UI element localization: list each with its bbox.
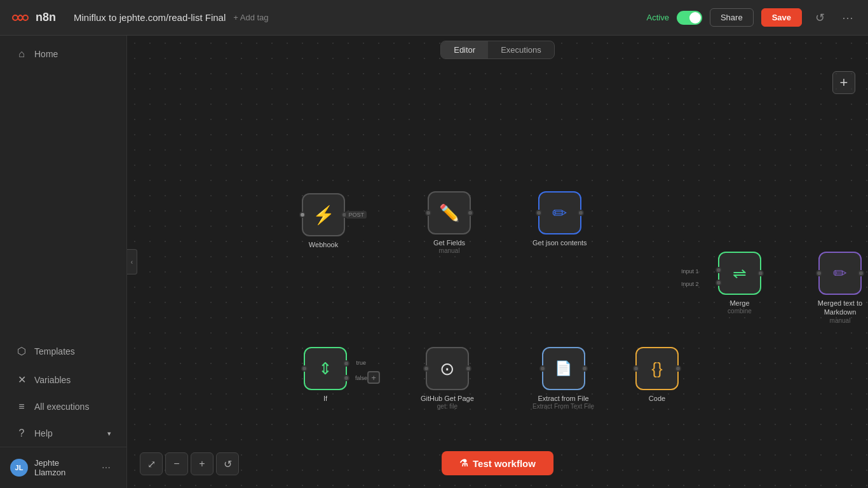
webhook-node[interactable]: ⚡ POST Webhook [302,193,345,249]
merge-sublabel: combine [728,308,752,315]
code-label: Code [649,394,665,403]
sidebar-item-variables[interactable]: ✕ Variables [5,367,121,392]
sidebar-item-home[interactable]: ⌂ Home [5,42,121,66]
merged-text-icon: ✏ [833,264,847,283]
canvas[interactable]: Editor Executions + [127,36,868,488]
webhook-icon: ⚡ [313,205,335,226]
extract-input-dot [539,365,546,372]
get-json-node[interactable]: ✏ Get json contents [532,191,587,247]
test-workflow-button[interactable]: ⚗ Test workflow [442,451,553,475]
get-fields-label: Get Fields [433,238,465,247]
get-json-icon: ✏ [552,203,567,224]
tab-executions[interactable]: Executions [488,41,554,58]
n8n-logo-icon [10,8,31,28]
share-button[interactable]: Share [710,8,754,27]
code-node-box[interactable]: {} [635,347,679,390]
toggle-knob [689,12,701,24]
collapse-sidebar-button[interactable]: ‹ [127,249,137,274]
sidebar-bottom: JL Jephte Llamzon ⋯ [0,447,126,488]
input2-label: Input 2 [681,281,699,287]
code-node[interactable]: {} Code [635,347,679,403]
get-fields-node-box[interactable]: ✏️ [428,191,471,234]
get-fields-input-dot [425,210,431,216]
sidebar-item-executions[interactable]: ≡ All executions [5,395,121,419]
github-node[interactable]: ⊙ GitHub Get Page get: file [421,347,474,410]
post-badge: POST [346,211,367,219]
merged-text-node[interactable]: ✏ Merged text to Markdown manual [812,252,868,324]
user-item[interactable]: JL Jephte Llamzon ⋯ [5,452,121,483]
webhook-node-box[interactable]: ⚡ POST [302,193,345,236]
merged-text-label: Merged text to Markdown [812,299,868,317]
get-fields-output-dot [467,210,473,216]
reset-icon: ↺ [224,458,232,470]
add-tag-button[interactable]: + Add tag [233,13,268,22]
home-icon: ⌂ [15,48,28,60]
if-node[interactable]: ⇕ If true false + [304,347,347,403]
get-json-node-box[interactable]: ✏ [538,191,581,234]
svg-point-0 [13,15,18,20]
topbar: n8n Miniflux to jephte.com/read-list Fin… [0,0,868,36]
sidebar-item-templates[interactable]: ⬡ Templates [5,339,121,363]
get-fields-icon: ✏️ [439,203,459,223]
merge-icon: ⇌ [733,264,747,283]
merge-input1-dot [715,267,722,273]
executions-icon: ≡ [15,401,28,412]
github-input-dot [423,365,430,372]
if-node-box[interactable]: ⇕ [304,347,347,390]
user-name: Jephte Llamzon [34,458,90,477]
extract-sublabel: Extract From Text File [532,403,594,410]
if-false-dot [343,375,349,381]
reset-view-button[interactable]: ↺ [216,452,239,475]
sidebar-help-label: Help [34,428,53,438]
extract-node-box[interactable]: 📄 [542,347,585,390]
zoom-out-button[interactable]: − [165,452,188,475]
tab-bar: Editor Executions [127,36,868,64]
get-fields-sublabel: manual [439,247,460,254]
github-label: GitHub Get Page [421,394,474,403]
tab-group: Editor Executions [440,41,555,59]
merged-text-node-box[interactable]: ✏ [818,252,862,295]
test-workflow-label: Test workflow [473,458,536,469]
help-icon: ? [15,428,28,439]
if-icon: ⇕ [318,359,332,379]
extract-icon: 📄 [555,360,572,377]
get-json-input-dot [536,210,542,216]
zoom-out-icon: − [173,458,179,470]
true-label: true [356,360,366,366]
sidebar-variables-label: Variables [34,375,71,385]
zoom-in-button[interactable]: + [191,452,214,475]
merge-node[interactable]: ⇌ Merge combine Input 1 Input 2 [718,252,761,315]
false-label: false [355,375,367,381]
sidebar-item-help[interactable]: ? Help ▾ [5,421,121,445]
code-output-dot [675,365,681,372]
merged-text-sublabel: manual [830,317,851,324]
get-fields-node[interactable]: ✏️ Get Fields manual [428,191,471,254]
if-label: If [323,394,327,403]
github-output-dot [465,365,471,372]
tab-editor[interactable]: Editor [441,41,488,58]
active-toggle[interactable] [677,11,702,25]
app-name: n8n [36,11,56,24]
webhook-input-dot [299,212,306,218]
if-input-dot [301,365,308,372]
save-button[interactable]: Save [761,8,802,27]
main-area: ⌂ Home ⬡ Templates ✕ Variables ≡ All exe… [0,36,868,488]
avatar: JL [10,459,28,477]
extract-label: Extract from File [538,394,588,403]
user-more-button[interactable]: ⋯ [96,458,116,478]
github-icon: ⊙ [440,358,454,379]
webhook-label: Webhook [309,240,338,249]
fit-view-button[interactable]: ⤢ [140,452,163,475]
code-icon: {} [651,359,662,379]
merge-node-box[interactable]: ⇌ [718,252,761,295]
merged-text-input-dot [816,270,822,276]
if-false-plus[interactable]: + [367,371,380,384]
extract-node[interactable]: 📄 Extract from File Extract From Text Fi… [532,347,594,410]
sidebar-templates-label: Templates [34,346,75,356]
code-input-dot [633,365,639,372]
more-options-button[interactable]: ⋯ [837,8,858,28]
github-node-box[interactable]: ⊙ [426,347,469,390]
zoom-in-icon: + [199,458,205,470]
undo-button[interactable]: ↺ [810,8,830,28]
chevron-down-icon: ▾ [107,430,111,438]
